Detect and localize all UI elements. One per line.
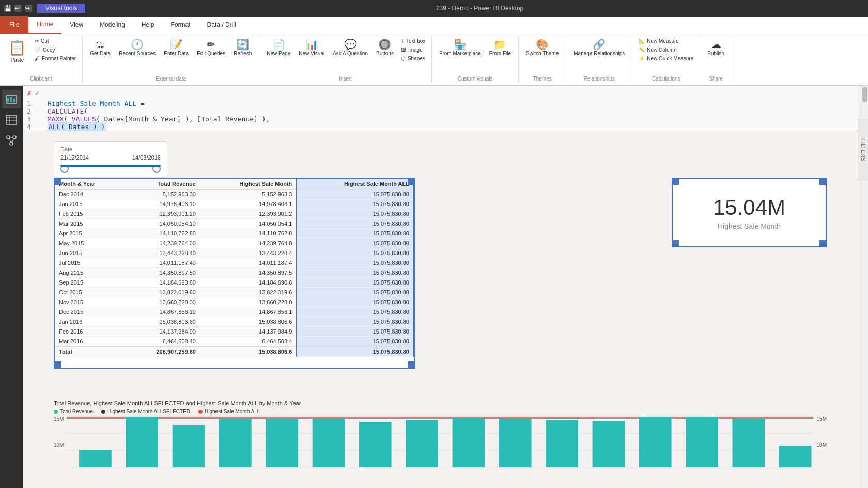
redo-icon[interactable]: ↪ bbox=[25, 5, 32, 12]
recent-sources-button[interactable]: 🕐 Recent Sources bbox=[116, 37, 159, 58]
col-header-highest-sale-month[interactable]: Highest Sale Month bbox=[200, 179, 297, 190]
from-file-button[interactable]: 📁 From File bbox=[486, 37, 514, 58]
kpi-resize-tl[interactable] bbox=[673, 179, 679, 185]
image-button[interactable]: 🖼 Image bbox=[399, 46, 425, 54]
get-data-icon: 🗂 bbox=[95, 39, 105, 50]
chart-svg bbox=[67, 416, 813, 468]
cut-button[interactable]: ✂ Cut bbox=[33, 37, 78, 45]
svg-rect-34 bbox=[733, 419, 765, 467]
get-data-button[interactable]: 🗂 Get Data bbox=[87, 37, 114, 58]
date-filter-widget: Date 21/12/2014 14/03/2016 bbox=[54, 141, 167, 178]
table-resize-tr[interactable] bbox=[408, 179, 414, 185]
table-row[interactable]: Apr 201514,110,762.8014,110,762.815,075,… bbox=[55, 229, 414, 239]
manage-relationships-button[interactable]: 🔗 Manage Relationships bbox=[570, 37, 628, 58]
copy-button[interactable]: 📄 Copy bbox=[33, 46, 78, 54]
svg-rect-31 bbox=[593, 421, 625, 467]
table-row[interactable]: Jul 201514,011,187.4014,011,187.415,075,… bbox=[55, 258, 414, 268]
table-row[interactable]: Jan 201514,978,406.1014,978,406.115,075,… bbox=[55, 199, 414, 209]
table-row[interactable]: Jan 201615,038,806.6015,038,806.615,075,… bbox=[55, 317, 414, 327]
calculations-group-label: Calculations bbox=[637, 74, 695, 83]
tab-home[interactable]: Home bbox=[28, 16, 61, 34]
table-row[interactable]: May 201514,239,764.0014,239,764.015,075,… bbox=[55, 239, 414, 248]
new-visual-button[interactable]: 📊 New Visual bbox=[296, 37, 328, 58]
recent-sources-label: Recent Sources bbox=[119, 51, 156, 56]
window-controls[interactable]: 💾 ↩ ↪ bbox=[4, 5, 32, 12]
edit-queries-icon: ✏ bbox=[207, 39, 215, 50]
table-row[interactable]: Feb 201614,137,984.9014,137,984.915,075,… bbox=[55, 327, 414, 337]
switch-theme-button[interactable]: 🎨 Switch Theme bbox=[523, 37, 562, 58]
table-resize-br[interactable] bbox=[408, 361, 414, 368]
copy-icon: 📄 bbox=[35, 47, 41, 53]
table-row[interactable]: Dec 201514,867,856.1014,867,856.115,075,… bbox=[55, 307, 414, 317]
formula-line-4: 4 ALL( Dates ) ) bbox=[27, 123, 854, 131]
date-start: 21/12/2014 bbox=[60, 154, 89, 161]
svg-rect-21 bbox=[126, 417, 159, 467]
new-quick-measure-button[interactable]: ⚡ New Quick Measure bbox=[637, 55, 695, 62]
formula-confirm-button[interactable]: ✓ bbox=[35, 88, 40, 98]
tab-modeling[interactable]: Modeling bbox=[91, 16, 133, 34]
table-resize-bl[interactable] bbox=[55, 361, 61, 368]
table-cell: Jan 2016 bbox=[55, 317, 125, 327]
shapes-icon: ⬡ bbox=[401, 56, 406, 61]
edit-queries-button[interactable]: ✏ Edit Queries bbox=[194, 37, 228, 58]
col-header-month-year[interactable]: Month & Year bbox=[55, 179, 125, 190]
tab-help[interactable]: Help bbox=[133, 16, 163, 34]
table-row[interactable]: Feb 201512,393,901.2012,393,901.215,075,… bbox=[55, 209, 414, 219]
tab-file[interactable]: File bbox=[0, 16, 28, 34]
kpi-resize-bl[interactable] bbox=[673, 240, 679, 246]
table-scroll-area[interactable]: Month & Year Total Revenue Highest Sale … bbox=[55, 179, 414, 368]
table-cell: 15,075,830.80 bbox=[297, 209, 414, 219]
table-row[interactable]: Mar 20166,464,508.406,464,508.415,075,83… bbox=[55, 337, 414, 347]
svg-rect-3 bbox=[13, 99, 16, 102]
external-data-group-label: External data bbox=[87, 74, 255, 83]
ask-question-button[interactable]: 💬 Ask A Question bbox=[330, 37, 371, 58]
col-header-highest-sale-all[interactable]: Highest Sale Month ALL bbox=[297, 179, 414, 190]
table-row[interactable]: Nov 201513,660,228.0013,660,228.015,075,… bbox=[55, 297, 414, 307]
table-resize-tl[interactable] bbox=[55, 179, 61, 185]
filter-panel-label[interactable]: FILTERS bbox=[858, 119, 868, 181]
paste-icon: 📋 bbox=[8, 39, 26, 56]
paste-button[interactable]: 📋 Paste bbox=[4, 37, 30, 65]
new-column-button[interactable]: 📏 New Column bbox=[637, 46, 695, 54]
tab-data-drill[interactable]: Data / Drill bbox=[199, 16, 244, 34]
left-sidebar bbox=[0, 86, 23, 488]
refresh-button[interactable]: 🔄 Refresh bbox=[230, 37, 255, 58]
table-row[interactable]: Jun 201513,443,228.4013,443,228.415,075,… bbox=[55, 248, 414, 258]
shapes-button[interactable]: ⬡ Shapes bbox=[399, 55, 427, 62]
svg-rect-28 bbox=[453, 418, 485, 467]
tab-format[interactable]: Format bbox=[163, 16, 199, 34]
buttons-button[interactable]: 🔘 Buttons bbox=[373, 37, 397, 58]
ribbon-group-custom-visuals: 🏪 From Marketplace 📁 From File Custom vi… bbox=[432, 36, 519, 83]
sidebar-model-view[interactable] bbox=[2, 131, 21, 150]
new-visual-label: New Visual bbox=[299, 51, 324, 56]
table-row[interactable]: Oct 201513,822,019.6013,822,019.615,075,… bbox=[55, 288, 414, 297]
sidebar-data-view[interactable] bbox=[2, 111, 21, 129]
clipboard-group-label: Clipboard bbox=[4, 74, 78, 83]
tab-view[interactable]: View bbox=[61, 16, 91, 34]
sidebar-report-view[interactable] bbox=[2, 90, 21, 108]
table-row[interactable]: Sep 201514,184,690.6014,184,690.615,075,… bbox=[55, 278, 414, 288]
undo-icon[interactable]: ↩ bbox=[14, 5, 22, 12]
col-header-total-revenue[interactable]: Total Revenue bbox=[125, 179, 199, 190]
new-page-button[interactable]: 📄 New Page bbox=[264, 37, 293, 58]
kpi-resize-br[interactable] bbox=[819, 240, 826, 246]
table-cell: 14,110,762.80 bbox=[125, 229, 199, 239]
enter-data-button[interactable]: 📝 Enter Data bbox=[161, 37, 192, 58]
date-filter-label: Date bbox=[60, 146, 161, 152]
table-cell: 15,075,830.80 bbox=[297, 268, 414, 278]
format-painter-button[interactable]: 🖌 Format Painter bbox=[33, 55, 78, 62]
from-marketplace-button[interactable]: 🏪 From Marketplace bbox=[436, 37, 484, 58]
legend-dot-allselected bbox=[101, 410, 105, 414]
table-cell: Jan 2015 bbox=[55, 199, 125, 209]
new-quick-measure-label: New Quick Measure bbox=[647, 56, 693, 61]
date-slider-track[interactable] bbox=[60, 165, 161, 167]
table-row[interactable]: Mar 201514,050,054.1014,050,054.115,075,… bbox=[55, 219, 414, 229]
table-row[interactable]: Dec 20145,152,963.305,152,963.315,075,83… bbox=[55, 190, 414, 199]
publish-button[interactable]: ☁ Publish bbox=[704, 37, 727, 58]
table-row[interactable]: Aug 201514,350,897.5014,350,897.515,075,… bbox=[55, 268, 414, 278]
text-box-button[interactable]: T Text box bbox=[399, 37, 427, 45]
formula-cancel-button[interactable]: ✗ bbox=[27, 88, 32, 98]
save-icon[interactable]: 💾 bbox=[4, 5, 11, 12]
kpi-resize-tr[interactable] bbox=[819, 179, 826, 185]
new-measure-button[interactable]: 📐 New Measure bbox=[637, 37, 695, 45]
